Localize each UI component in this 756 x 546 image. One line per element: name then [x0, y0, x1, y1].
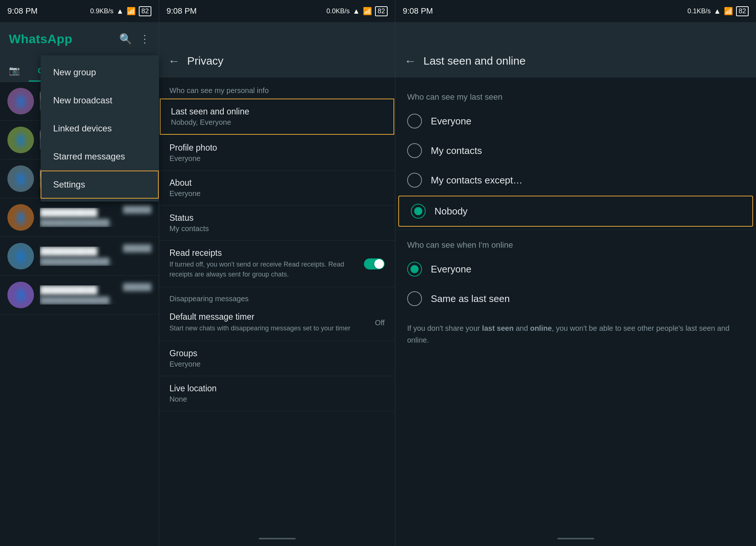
privacy-item-profile-photo[interactable]: Profile photo Everyone [159, 135, 395, 171]
chat-time: ██████ [123, 244, 151, 252]
toggle-knob [374, 259, 384, 269]
read-receipts-info: Read receipts If turned off, you won't s… [169, 248, 364, 279]
more-options-icon[interactable]: ⋮ [140, 33, 150, 45]
list-item[interactable]: 👤 ██████████ ████████████████ ██████ [0, 198, 159, 237]
battery-icon-p2: 82 [375, 6, 388, 16]
camera-tab[interactable]: 📷 [6, 65, 29, 82]
back-button-lastseen[interactable]: ← [404, 54, 416, 68]
nav-indicator-p3 [557, 538, 594, 539]
time-panel2: 9:08 PM [166, 6, 197, 16]
menu-item-new-broadcast[interactable]: New broadcast [41, 86, 159, 114]
avatar: 👤 [7, 204, 34, 231]
option-contacts-except-lastseen-label: My contacts except… [431, 175, 523, 186]
default-timer-info: Default message timer Start new chats wi… [169, 312, 375, 333]
back-button-privacy[interactable]: ← [168, 54, 180, 68]
privacy-item-live-location[interactable]: Live location None [159, 376, 395, 411]
radio-everyone-online [407, 262, 422, 277]
radio-inner-everyone-online [410, 265, 419, 273]
chats-panel: 9:08 PM 0.9KB/s ▲ 📶 82 WhatsApp 🔍 ⋮ 📷 CH… [0, 0, 159, 546]
menu-item-starred-messages[interactable]: Starred messages [41, 142, 159, 171]
signal-icon-p2: ▲ [353, 7, 360, 16]
live-location-title: Live location [169, 384, 385, 394]
option-contacts-except-lastseen[interactable]: My contacts except… [395, 165, 756, 195]
chat-name: ██████████ [40, 208, 117, 217]
option-everyone-online-label: Everyone [431, 264, 471, 275]
option-same-as-lastseen-label: Same as last seen [431, 293, 510, 305]
privacy-item-status[interactable]: Status My contacts [159, 206, 395, 241]
default-timer-value: Off [375, 319, 385, 327]
option-same-as-lastseen[interactable]: Same as last seen [395, 284, 756, 313]
signal-icon-p3: ▲ [714, 7, 721, 16]
wifi-icon-p3: 📶 [724, 7, 733, 16]
nav-indicator [259, 538, 296, 539]
privacy-content: Who can see my personal info Last seen a… [159, 78, 395, 531]
avatar: 👤 [7, 165, 34, 192]
about-value: Everyone [169, 189, 385, 198]
option-everyone-online[interactable]: Everyone [395, 254, 756, 284]
profile-photo-title: Profile photo [169, 143, 385, 153]
info-text-middle: and [513, 324, 530, 332]
default-timer-row[interactable]: Default message timer Start new chats wi… [159, 305, 395, 341]
bottom-bar-p3 [395, 531, 756, 546]
info-bold-last-seen: last seen [482, 324, 514, 332]
option-nobody-lastseen[interactable]: Nobody [398, 196, 753, 227]
privacy-item-about[interactable]: About Everyone [159, 171, 395, 206]
status-icons-panel1: 0.9KB/s ▲ 📶 82 [90, 6, 151, 16]
app-header: WhatsApp 🔍 ⋮ [0, 22, 159, 55]
battery-icon: 82 [139, 6, 151, 16]
default-timer-title: Default message timer [169, 312, 375, 322]
avatar: 👤 [7, 127, 34, 153]
list-item[interactable]: 👤 ██████████ ████████████████ ██████ [0, 276, 159, 315]
personal-info-section-label: Who can see my personal info [159, 78, 395, 98]
network-speed-panel3: 0.1KB/s [687, 7, 711, 15]
battery-icon-p3: 82 [736, 6, 749, 16]
status-bar-panel1: 9:08 PM 0.9KB/s ▲ 📶 82 [0, 0, 159, 22]
online-section-label: Who can see when I'm online [395, 233, 756, 254]
privacy-item-last-seen[interactable]: Last seen and online Nobody, Everyone [160, 99, 394, 135]
groups-title: Groups [169, 348, 385, 358]
read-receipts-toggle[interactable] [364, 258, 385, 269]
last-seen-info-text: If you don't share your last seen and on… [395, 313, 756, 355]
lastseen-title: Last seen and online [423, 55, 526, 67]
lastseen-content: Who can see my last seen Everyone My con… [395, 78, 756, 531]
option-my-contacts-lastseen[interactable]: My contacts [395, 136, 756, 165]
info-bold-online: online [530, 324, 552, 332]
camera-icon: 📷 [9, 65, 20, 75]
radio-everyone-lastseen [407, 114, 422, 128]
default-timer-desc: Start new chats with disappearing messag… [169, 323, 375, 333]
groups-value: Everyone [169, 360, 385, 368]
last-seen-title: Last seen and online [171, 107, 383, 117]
status-bar-panel3: 9:08 PM 0.1KB/s ▲ 📶 82 [395, 0, 756, 22]
dropdown-menu: New group New broadcast Linked devices S… [41, 55, 159, 202]
app-title: WhatsApp [9, 32, 72, 46]
privacy-title: Privacy [187, 55, 223, 67]
menu-item-settings[interactable]: Settings [41, 171, 159, 199]
read-receipts-title: Read receipts [169, 248, 364, 258]
wifi-icon-p2: 📶 [363, 7, 372, 16]
disappearing-section-label: Disappearing messages [159, 287, 395, 305]
bottom-bar-p2 [159, 531, 395, 546]
network-speed-panel2: 0.0KB/s [326, 7, 350, 15]
time-panel1: 9:08 PM [7, 6, 38, 16]
read-receipts-row: Read receipts If turned off, you won't s… [159, 241, 395, 287]
avatar: 👤 [7, 282, 34, 308]
radio-contacts-except-lastseen [407, 173, 422, 188]
about-title: About [169, 178, 385, 188]
privacy-panel: 9:08 PM 0.0KB/s ▲ 📶 82 ← Privacy Who can… [159, 0, 395, 546]
lastseen-header: ← Last seen and online [395, 22, 756, 78]
wifi-icon: 📶 [127, 7, 136, 16]
menu-item-linked-devices[interactable]: Linked devices [41, 114, 159, 142]
menu-item-new-group[interactable]: New group [41, 58, 159, 86]
list-item[interactable]: 👤 ██████████ ████████████████ ██████ [0, 237, 159, 276]
search-icon[interactable]: 🔍 [119, 33, 132, 45]
signal-icon: ▲ [116, 7, 124, 16]
option-everyone-lastseen-label: Everyone [431, 116, 471, 127]
chat-info: ██████████ ████████████████ [40, 208, 117, 227]
info-text-prefix: If you don't share your [407, 324, 482, 332]
option-nobody-lastseen-label: Nobody [434, 206, 468, 217]
live-location-value: None [169, 395, 385, 404]
option-everyone-lastseen[interactable]: Everyone [395, 106, 756, 136]
radio-inner-nobody [414, 207, 422, 215]
radio-same-as-lastseen [407, 291, 422, 306]
privacy-item-groups[interactable]: Groups Everyone [159, 341, 395, 376]
